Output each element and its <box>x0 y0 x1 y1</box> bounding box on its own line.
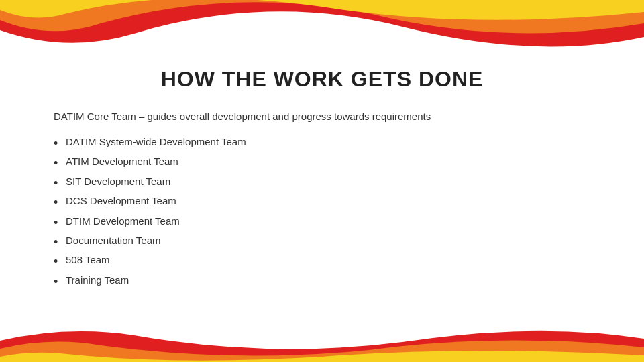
bullet-icon: • <box>54 136 66 152</box>
list-item: •DTIM Development Team <box>54 213 590 233</box>
bullet-icon: • <box>54 176 66 191</box>
list-item: •SIT Development Team <box>54 174 590 193</box>
list-item: •Training Team <box>54 272 590 292</box>
slide-title: HOW THE WORK GETS DONE <box>54 67 590 92</box>
bullet-text: DCS Development Team <box>66 195 590 206</box>
bullet-icon: • <box>54 195 66 210</box>
bullet-text: Training Team <box>66 274 590 286</box>
bullet-text: SIT Development Team <box>66 176 590 187</box>
bullet-icon: • <box>54 156 66 171</box>
list-item: •ATIM Development Team <box>54 154 590 173</box>
bullet-text: DATIM System-wide Development Team <box>66 136 590 147</box>
bullet-text: DTIM Development Team <box>66 215 590 227</box>
bullet-icon: • <box>54 215 66 231</box>
bullet-icon: • <box>54 235 66 250</box>
bullet-text: ATIM Development Team <box>66 156 590 167</box>
list-item: •DCS Development Team <box>54 193 590 213</box>
intro-text: DATIM Core Team – guides overall develop… <box>54 111 590 122</box>
bullet-text: 508 Team <box>66 254 590 265</box>
bullet-icon: • <box>54 274 66 290</box>
slide-container: HOW THE WORK GETS DONE DATIM Core Team –… <box>0 0 644 362</box>
bullet-list: •DATIM System-wide Development Team•ATIM… <box>54 134 590 292</box>
list-item: •DATIM System-wide Development Team <box>54 134 590 154</box>
list-item: •508 Team <box>54 252 590 272</box>
bullet-icon: • <box>54 254 66 269</box>
list-item: •Documentation Team <box>54 233 590 252</box>
slide-content: HOW THE WORK GETS DONE DATIM Core Team –… <box>0 0 644 318</box>
bullet-text: Documentation Team <box>66 235 590 246</box>
bottom-decoration <box>0 322 644 362</box>
